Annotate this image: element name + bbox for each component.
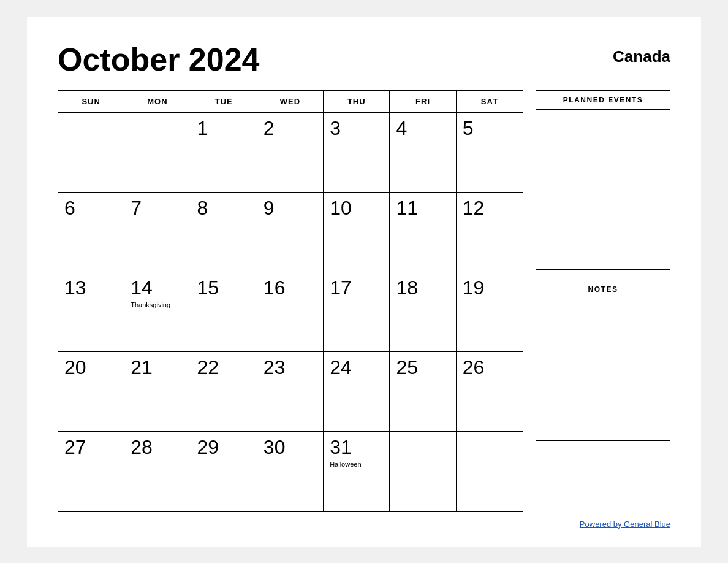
- event-label: Halloween: [330, 461, 383, 468]
- planned-events-header: PLANNED EVENTS: [536, 91, 670, 110]
- day-number: 1: [197, 117, 208, 139]
- day-cell: 23: [257, 352, 324, 432]
- day-number: 15: [197, 277, 219, 299]
- day-cell: [124, 113, 191, 193]
- country-label: Canada: [613, 41, 670, 66]
- day-number: 21: [131, 356, 153, 378]
- day-number: 3: [330, 117, 341, 139]
- day-number: 27: [64, 436, 86, 458]
- day-cell: 22: [191, 352, 257, 432]
- day-cell: 8: [191, 193, 257, 272]
- sidebar: PLANNED EVENTS NOTES: [536, 90, 670, 512]
- day-number: 19: [463, 277, 485, 299]
- header: October 2024 Canada: [58, 41, 670, 78]
- day-header-wed: WED: [257, 91, 324, 112]
- day-number: 28: [131, 436, 153, 458]
- day-number: 5: [463, 117, 474, 139]
- day-number: 13: [64, 277, 86, 299]
- day-cell: 20: [58, 352, 124, 432]
- day-header-fri: FRI: [390, 91, 456, 112]
- day-header-sat: SAT: [457, 91, 523, 112]
- day-cell: 10: [324, 193, 390, 272]
- page: October 2024 Canada SUNMONTUEWEDTHUFRISA…: [27, 17, 701, 547]
- day-number: 31: [330, 436, 352, 458]
- day-cell: 13: [58, 272, 124, 352]
- day-header-thu: THU: [324, 91, 390, 112]
- day-cell: 16: [257, 272, 324, 352]
- day-number: 26: [463, 356, 485, 378]
- day-header-tue: TUE: [191, 91, 257, 112]
- planned-events-box: PLANNED EVENTS: [536, 90, 670, 270]
- day-number: 30: [264, 436, 286, 458]
- day-cell: 25: [390, 352, 456, 432]
- day-cell: 19: [457, 272, 523, 352]
- day-number: 10: [330, 197, 352, 219]
- day-number: 8: [197, 197, 208, 219]
- day-cell: 12: [457, 193, 523, 272]
- notes-header: NOTES: [536, 280, 670, 299]
- day-header-sun: SUN: [58, 91, 124, 112]
- day-number: 12: [463, 197, 485, 219]
- day-cell: 29: [191, 432, 257, 511]
- day-cell: 21: [124, 352, 191, 432]
- day-number: 22: [197, 356, 219, 378]
- day-cell: 27: [58, 432, 124, 511]
- day-cell: 17: [324, 272, 390, 352]
- day-cell: [390, 432, 456, 511]
- day-number: 11: [396, 197, 418, 219]
- day-number: 29: [197, 436, 219, 458]
- day-number: 2: [264, 117, 275, 139]
- day-cell: 30: [257, 432, 324, 511]
- day-cell: [58, 113, 124, 193]
- day-cell: 9: [257, 193, 324, 272]
- planned-events-body: [536, 110, 670, 269]
- notes-body: [536, 299, 670, 440]
- event-label: Thanksgiving: [131, 301, 184, 308]
- main-content: SUNMONTUEWEDTHUFRISAT 123456789101112131…: [58, 90, 670, 512]
- day-cell: 2: [257, 113, 324, 193]
- day-number: 24: [330, 356, 352, 378]
- page-title: October 2024: [58, 41, 260, 78]
- day-number: 20: [64, 356, 86, 378]
- notes-box: NOTES: [536, 280, 670, 441]
- day-number: 7: [131, 197, 142, 219]
- calendar-header: SUNMONTUEWEDTHUFRISAT: [58, 91, 523, 113]
- day-cell: 18: [390, 272, 456, 352]
- day-number: 16: [264, 277, 286, 299]
- powered-by-link[interactable]: Powered by General Blue: [580, 519, 670, 529]
- day-cell: 31Halloween: [324, 432, 390, 511]
- day-cell: 7: [124, 193, 191, 272]
- day-number: 9: [264, 197, 275, 219]
- day-cell: 4: [390, 113, 456, 193]
- day-number: 18: [396, 277, 418, 299]
- day-cell: 6: [58, 193, 124, 272]
- day-number: 6: [64, 197, 75, 219]
- day-cell: 5: [457, 113, 523, 193]
- day-number: 17: [330, 277, 352, 299]
- day-number: 25: [396, 356, 418, 378]
- day-cell: 11: [390, 193, 456, 272]
- footer: Powered by General Blue: [58, 519, 670, 529]
- day-number: 23: [264, 356, 286, 378]
- day-cell: 1: [191, 113, 257, 193]
- day-number: 14: [131, 277, 153, 299]
- day-cell: 15: [191, 272, 257, 352]
- day-number: 4: [396, 117, 407, 139]
- day-header-mon: MON: [124, 91, 191, 112]
- calendar: SUNMONTUEWEDTHUFRISAT 123456789101112131…: [58, 90, 523, 512]
- calendar-body: 1234567891011121314Thanksgiving151617181…: [58, 113, 523, 511]
- day-cell: 28: [124, 432, 191, 511]
- day-cell: [457, 432, 523, 511]
- day-cell: 24: [324, 352, 390, 432]
- day-cell: 14Thanksgiving: [124, 272, 191, 352]
- day-cell: 26: [457, 352, 523, 432]
- day-cell: 3: [324, 113, 390, 193]
